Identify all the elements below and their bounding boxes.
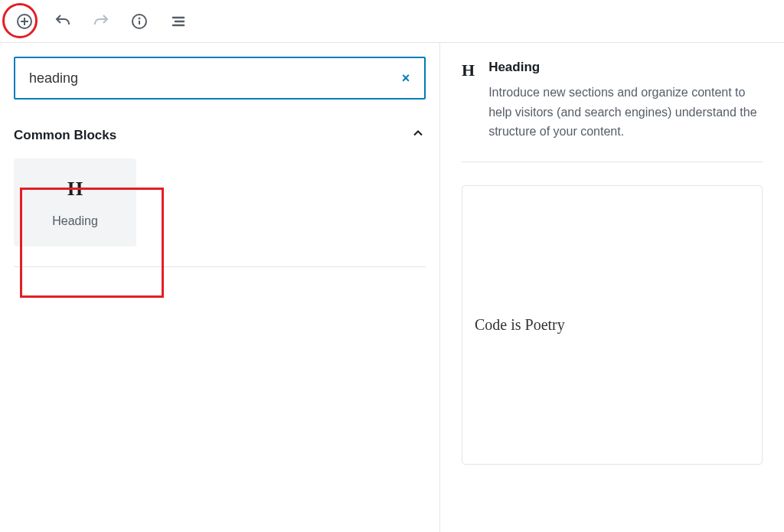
outline-button[interactable] (164, 8, 191, 35)
info-button[interactable] (126, 8, 153, 35)
undo-button[interactable] (49, 8, 77, 35)
chevron-up-icon (410, 126, 426, 145)
detail-heading-icon: H (462, 60, 475, 142)
detail-header: H Heading Introduce new sections and org… (462, 60, 763, 162)
block-detail-panel: H Heading Introduce new sections and org… (440, 43, 784, 532)
heading-block-item[interactable]: H Heading (14, 158, 136, 246)
block-search-input[interactable] (15, 58, 387, 98)
detail-text-group: Heading Introduce new sections and organ… (488, 60, 763, 142)
add-block-button[interactable] (11, 8, 38, 35)
search-field-wrapper: × (14, 57, 426, 100)
preview-content: Code is Poetry (475, 316, 750, 334)
block-inserter-panel: × Common Blocks H Heading (0, 43, 440, 532)
heading-block-label: Heading (52, 214, 98, 228)
category-title: Common Blocks (14, 128, 116, 143)
block-preview-area: Code is Poetry (462, 185, 763, 465)
block-grid: H Heading (14, 158, 426, 246)
redo-button[interactable] (87, 8, 115, 35)
detail-description: Introduce new sections and organize cont… (488, 83, 763, 142)
block-category-section: Common Blocks H Heading (14, 118, 426, 267)
category-toggle[interactable]: Common Blocks (14, 118, 426, 158)
detail-title: Heading (488, 60, 763, 75)
clear-search-button[interactable]: × (387, 58, 424, 98)
top-toolbar (0, 0, 784, 43)
main-content: × Common Blocks H Heading H (0, 43, 784, 532)
svg-point-5 (139, 18, 140, 18)
heading-block-icon: H (67, 178, 83, 201)
